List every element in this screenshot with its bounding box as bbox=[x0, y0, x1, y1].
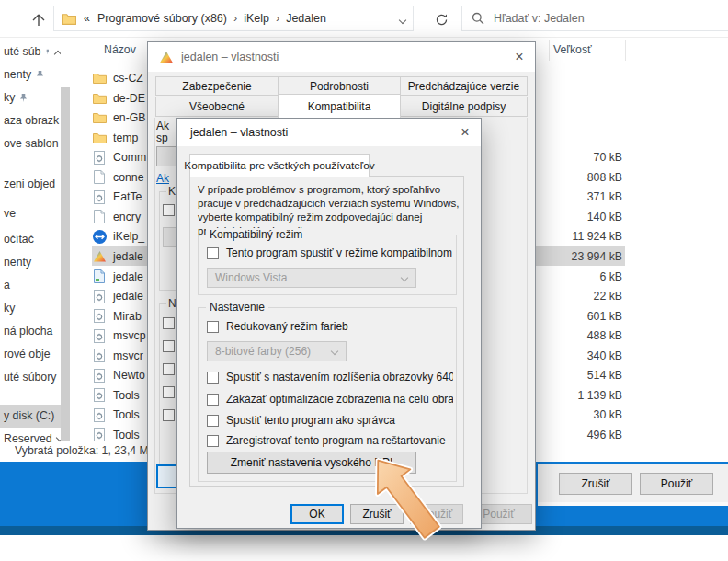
compat-mode-group: Kompatibilný režim Tento program spustiť… bbox=[198, 235, 457, 295]
cancel-button[interactable]: Zrušiť bbox=[559, 473, 632, 495]
dll-icon bbox=[92, 328, 107, 343]
file-name: iKelp_ bbox=[113, 230, 144, 243]
apply-button[interactable]: Použiť bbox=[640, 473, 713, 495]
file-size bbox=[549, 89, 622, 108]
file-name: cs-CZ bbox=[113, 72, 143, 85]
reduced-color-checkbox-row[interactable]: Redukovaný režim farieb bbox=[207, 320, 453, 333]
close-button[interactable]: × bbox=[449, 119, 481, 146]
file-name: jedale bbox=[113, 270, 143, 283]
run-as-admin-checkbox-row[interactable]: Spustiť tento program ako správca bbox=[207, 414, 453, 427]
dialog-title: jedalen – vlastnosti bbox=[181, 51, 279, 63]
resolution-checkbox-row[interactable]: Spustiť s nastavením rozlíšenia obrazovk… bbox=[207, 371, 453, 384]
file-name: conne bbox=[113, 171, 144, 184]
dll-icon bbox=[92, 407, 107, 422]
file-size: 1 139 kB bbox=[549, 386, 622, 405]
combo-fragment bbox=[163, 227, 177, 247]
checkbox-label: Spustiť tento program ako správca bbox=[226, 414, 395, 427]
file-name: Tools bbox=[113, 429, 140, 441]
file-name: jedale bbox=[113, 250, 143, 263]
checkbox-fragment[interactable] bbox=[163, 386, 175, 398]
checkbox-fragment[interactable] bbox=[163, 363, 175, 375]
tab-kompatibilita-vsetci[interactable]: Kompatibilita pre všetkých používateľov bbox=[189, 154, 370, 177]
file-name: temp bbox=[113, 132, 138, 144]
tab-digitalne-podpisy[interactable]: Digitálne podpisy bbox=[400, 97, 528, 117]
file-name: encry bbox=[113, 211, 141, 223]
file-size: 22 kB bbox=[549, 287, 622, 305]
file-size: 496 kB bbox=[549, 426, 622, 444]
dialog-title: jedalen – vlastnosti bbox=[190, 126, 288, 139]
folder-icon bbox=[92, 91, 107, 106]
pointer-arrow-icon bbox=[352, 454, 455, 548]
file-size: 371 kB bbox=[549, 188, 622, 206]
file-name: jedale bbox=[113, 290, 143, 303]
help-link-fragment[interactable]: Ak bbox=[156, 172, 169, 185]
fullscreen-opt-checkbox-row[interactable]: Zakázať optimalizácie zobrazenia na celú… bbox=[207, 393, 453, 406]
tab-zabezpecenie[interactable]: Zabezpečenie bbox=[155, 76, 279, 96]
file-name: EatTe bbox=[113, 190, 142, 203]
folder-icon bbox=[92, 110, 107, 125]
selected-option: 8-bitové farby (256) bbox=[215, 345, 311, 358]
dll-icon bbox=[92, 368, 107, 383]
dll-icon bbox=[92, 189, 107, 204]
checkbox-label: Spustiť s nastavením rozlíšenia obrazovk… bbox=[226, 371, 453, 384]
file-name: msvcp bbox=[113, 329, 146, 342]
file-size: 6 kB bbox=[549, 268, 622, 286]
checkbox-fragment[interactable] bbox=[163, 204, 175, 216]
dialog-titlebar[interactable]: jedalen – vlastnosti bbox=[177, 119, 481, 146]
tab-kompatibilita[interactable]: Kompatibilita bbox=[278, 94, 401, 118]
file-name: msvcr bbox=[113, 349, 143, 362]
background-dialog-footer: Zrušiť Použiť bbox=[538, 464, 728, 506]
docblue-icon bbox=[92, 269, 107, 284]
file-size: 514 kB bbox=[549, 366, 622, 384]
file-size: 340 kB bbox=[549, 347, 622, 365]
file-name: Tools bbox=[113, 389, 140, 402]
checkbox-icon bbox=[207, 321, 219, 333]
dll-icon bbox=[92, 388, 107, 403]
file-size: 601 kB bbox=[549, 307, 622, 326]
dll-icon bbox=[92, 150, 107, 165]
properties-dialog-titlebar[interactable]: jedalen – vlastnosti bbox=[148, 42, 535, 72]
file-size bbox=[549, 129, 622, 147]
checkbox-fragment[interactable] bbox=[163, 409, 175, 421]
checkbox-icon bbox=[207, 372, 219, 384]
file-size: 488 kB bbox=[549, 326, 622, 345]
checkbox-icon bbox=[207, 394, 219, 406]
checkbox-label: Tento program spustiť v režime kompatibi… bbox=[226, 246, 453, 259]
dll-icon bbox=[92, 289, 107, 303]
dll-icon bbox=[92, 309, 107, 324]
close-icon: × bbox=[515, 49, 523, 65]
tv-icon bbox=[92, 229, 107, 244]
checkbox-label: Zakázať optimalizácie zobrazenia na celú… bbox=[226, 393, 453, 406]
file-name: en-GB bbox=[113, 111, 146, 124]
folder-icon bbox=[92, 71, 107, 86]
file-size: 11 924 kB bbox=[549, 227, 622, 246]
tab-page-border bbox=[527, 118, 528, 493]
tab-predchadzajuce-verzie[interactable]: Predchádzajúce verzie bbox=[400, 76, 528, 96]
close-icon: × bbox=[461, 124, 469, 141]
checkbox-label: Redukovaný režim farieb bbox=[226, 320, 348, 333]
ok-button[interactable]: OK bbox=[290, 504, 344, 524]
status-bar: Vybratá položka: 1, 23,4 M bbox=[15, 444, 162, 457]
checkbox-icon bbox=[207, 415, 219, 427]
dll-icon bbox=[92, 428, 107, 442]
dll-icon bbox=[92, 349, 107, 363]
file-size: 30 kB bbox=[549, 406, 622, 424]
checkbox-fragment[interactable] bbox=[163, 340, 175, 352]
tab-podrobnosti[interactable]: Podrobnosti bbox=[278, 76, 401, 96]
group-label: Kompatibilný režim bbox=[206, 228, 306, 241]
file-size bbox=[549, 69, 622, 87]
doc-icon bbox=[92, 210, 107, 224]
compat-mode-checkbox-row[interactable]: Tento program spustiť v režime kompatibi… bbox=[207, 246, 453, 259]
checkbox-fragment[interactable] bbox=[163, 317, 175, 329]
checkbox-label: Zaregistrovať tento program na reštartov… bbox=[226, 434, 446, 447]
register-restart-checkbox-row[interactable]: Zaregistrovať tento program na reštartov… bbox=[207, 434, 453, 447]
selected-option: Windows Vista bbox=[215, 271, 287, 284]
tab-vseobecne[interactable]: Všeobecné bbox=[155, 97, 279, 117]
file-size: 808 kB bbox=[549, 168, 622, 187]
file-size: 23 994 kB bbox=[549, 247, 622, 266]
file-name: Tools bbox=[113, 408, 140, 421]
close-button[interactable]: × bbox=[504, 42, 535, 72]
file-name: Mirab bbox=[113, 310, 142, 323]
file-name: Comm bbox=[113, 151, 146, 164]
intro-text-fragment: Ak bbox=[156, 120, 169, 132]
